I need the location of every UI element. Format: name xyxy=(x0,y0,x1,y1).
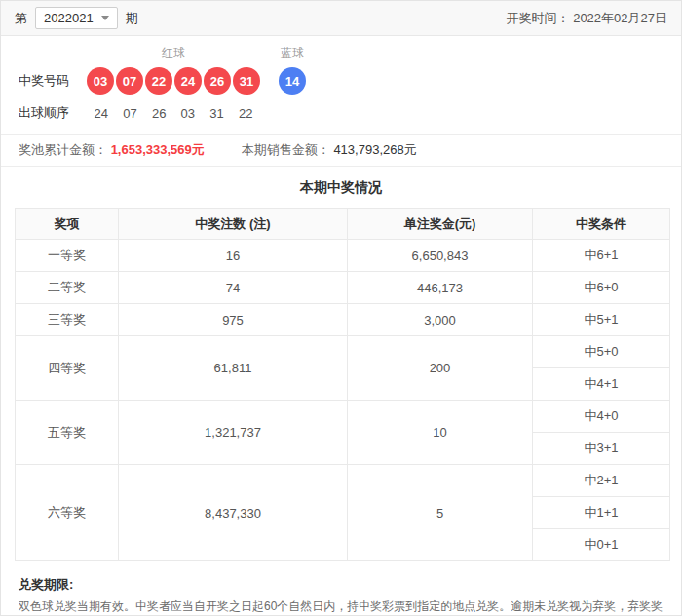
cell-amount: 446,173 xyxy=(348,272,533,304)
ball-group-labels: 红球 蓝球 xyxy=(19,44,681,61)
cell-amount: 5 xyxy=(348,465,533,561)
cell-prize: 四等奖 xyxy=(16,336,119,401)
red-group-label: 红球 xyxy=(87,45,260,61)
ball-order-label: 出球顺序 xyxy=(19,104,87,122)
cell-condition: 中0+1 xyxy=(533,529,670,561)
cell-condition: 中3+1 xyxy=(533,433,670,465)
red-ball: 22 xyxy=(145,67,172,95)
cell-count: 975 xyxy=(119,304,348,336)
cell-count: 61,811 xyxy=(119,336,348,401)
cell-count: 1,321,737 xyxy=(119,401,348,465)
red-ball: 07 xyxy=(116,67,143,95)
table-body: 一等奖166,650,843中6+1二等奖74446,173中6+0三等奖975… xyxy=(16,240,670,561)
table-header-cell: 奖项 xyxy=(16,209,119,240)
cell-condition: 中5+1 xyxy=(533,304,670,336)
cell-count: 16 xyxy=(119,240,348,272)
table-row: 四等奖61,811200中5+0 xyxy=(16,336,670,368)
redeem-notice-title: 兑奖期限: xyxy=(19,576,663,594)
winning-numbers-row: 中奖号码 030722242631 14 xyxy=(19,67,681,95)
period-select[interactable]: 2022021 xyxy=(35,7,118,29)
red-ball: 24 xyxy=(174,67,202,95)
cell-prize: 五等奖 xyxy=(16,401,119,465)
redeem-notice: 兑奖期限: 双色球兑奖当期有效。中奖者应当自开奖之日起60个自然日内，持中奖彩票… xyxy=(1,561,681,616)
table-row: 五等奖1,321,73710中4+0 xyxy=(16,401,670,433)
cell-condition: 中4+1 xyxy=(533,368,670,401)
cell-amount: 6,650,843 xyxy=(348,240,533,272)
cell-condition: 中2+1 xyxy=(533,465,670,497)
cell-condition: 中1+1 xyxy=(533,497,670,529)
lottery-result-page: 第 2022021 期 开奖时间： 2022年02月27日 红球 蓝球 中奖号码… xyxy=(0,0,682,616)
red-ball: 03 xyxy=(87,67,114,95)
cell-prize: 三等奖 xyxy=(16,304,119,336)
prize-table-section: 本期中奖情况 奖项中奖注数 (注)单注奖金(元)中奖条件 一等奖166,650,… xyxy=(1,167,681,561)
pool-band: 奖池累计金额： 1,653,333,569元 本期销售金额： 413,793,2… xyxy=(1,134,681,167)
period-select-value: 2022021 xyxy=(44,11,94,25)
table-row: 一等奖166,650,843中6+1 xyxy=(16,240,670,272)
ball-order-row: 出球顺序 240726033122 xyxy=(19,104,681,122)
table-header-cell: 中奖注数 (注) xyxy=(119,209,348,240)
table-row: 三等奖9753,000中5+1 xyxy=(16,304,670,336)
jackpot-group: 奖池累计金额： 1,653,333,569元 xyxy=(19,141,205,159)
cell-amount: 3,000 xyxy=(348,304,533,336)
ball-order-number: 24 xyxy=(87,106,116,121)
period-suffix-label: 期 xyxy=(126,10,138,27)
jackpot-value: 1,653,333,569元 xyxy=(111,142,205,157)
draw-time-value: 2022年02月27日 xyxy=(573,11,667,25)
cell-condition: 中4+0 xyxy=(533,401,670,433)
chevron-down-icon xyxy=(101,16,109,20)
cell-condition: 中6+0 xyxy=(533,272,670,304)
ball-order-values: 240726033122 xyxy=(87,106,260,121)
ball-order-number: 07 xyxy=(116,106,145,121)
draw-time: 开奖时间： 2022年02月27日 xyxy=(507,10,667,27)
table-header-row: 奖项中奖注数 (注)单注奖金(元)中奖条件 xyxy=(16,209,670,240)
sales-label: 本期销售金额： xyxy=(242,142,330,157)
cell-prize: 六等奖 xyxy=(16,465,119,561)
cell-amount: 10 xyxy=(348,401,533,465)
cell-prize: 一等奖 xyxy=(16,240,119,272)
winning-numbers-label: 中奖号码 xyxy=(19,72,87,90)
jackpot-label: 奖池累计金额： xyxy=(19,142,107,157)
table-row: 六等奖8,437,3305中2+1 xyxy=(16,465,670,497)
period-selector-group: 第 2022021 期 xyxy=(15,7,138,29)
prize-table-title: 本期中奖情况 xyxy=(15,167,667,208)
cell-condition: 中6+1 xyxy=(533,240,670,272)
cell-amount: 200 xyxy=(348,336,533,401)
ball-order-number: 26 xyxy=(144,106,173,121)
ball-order-number: 31 xyxy=(203,106,232,121)
topbar: 第 2022021 期 开奖时间： 2022年02月27日 xyxy=(1,1,681,36)
red-balls: 030722242631 xyxy=(87,67,260,95)
cell-count: 8,437,330 xyxy=(119,465,348,561)
red-ball: 31 xyxy=(233,67,260,95)
cell-condition: 中5+0 xyxy=(533,336,670,368)
numbers-section: 红球 蓝球 中奖号码 030722242631 14 出球顺序 24072603… xyxy=(1,36,681,134)
blue-group-label: 蓝球 xyxy=(279,45,306,61)
table-row: 二等奖74446,173中6+0 xyxy=(16,272,670,304)
ball-order-number: 22 xyxy=(231,106,260,121)
table-header-cell: 中奖条件 xyxy=(533,209,670,240)
sales-value: 413,793,268元 xyxy=(333,142,416,157)
draw-time-label: 开奖时间： xyxy=(507,11,570,25)
period-prefix-label: 第 xyxy=(15,10,27,27)
sales-group: 本期销售金额： 413,793,268元 xyxy=(242,141,417,159)
ball-order-number: 03 xyxy=(173,106,203,121)
cell-count: 74 xyxy=(119,272,348,304)
red-ball: 26 xyxy=(204,67,231,95)
table-header-cell: 单注奖金(元) xyxy=(348,209,533,240)
redeem-notice-text: 双色球兑奖当期有效。中奖者应当自开奖之日起60个自然日内，持中奖彩票到指定的地点… xyxy=(19,598,663,616)
cell-prize: 二等奖 xyxy=(16,272,119,304)
blue-ball: 14 xyxy=(279,67,306,95)
prize-table: 奖项中奖注数 (注)单注奖金(元)中奖条件 一等奖166,650,843中6+1… xyxy=(15,208,670,561)
